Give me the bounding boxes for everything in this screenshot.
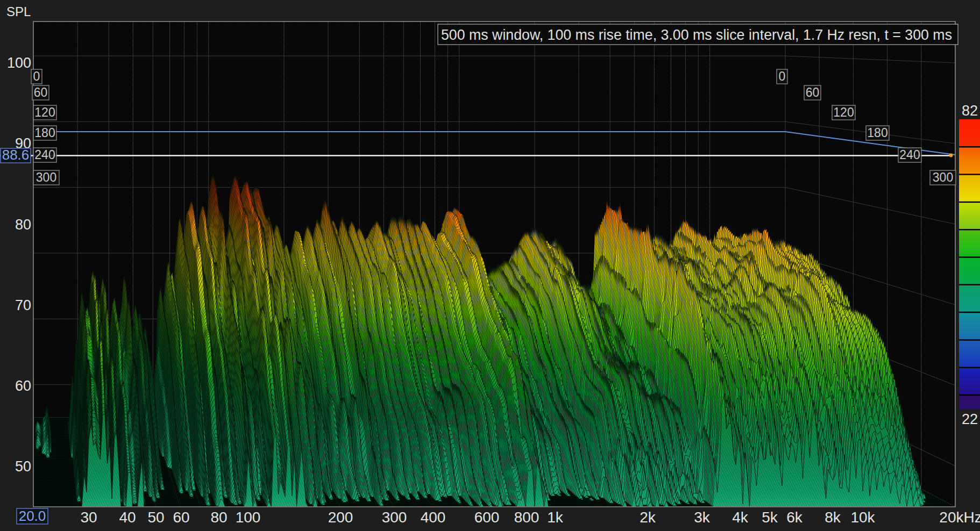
svg-text:600: 600 <box>474 509 500 526</box>
svg-text:40: 40 <box>119 509 136 526</box>
svg-text:80: 80 <box>210 509 227 526</box>
svg-text:60: 60 <box>34 85 48 99</box>
svg-text:2k: 2k <box>640 509 656 526</box>
svg-text:300: 300 <box>933 170 953 184</box>
svg-text:50: 50 <box>147 509 164 526</box>
svg-text:10k: 10k <box>850 509 875 526</box>
svg-text:0: 0 <box>779 69 786 83</box>
svg-text:60: 60 <box>806 85 820 99</box>
svg-text:100: 100 <box>236 509 261 526</box>
svg-text:70: 70 <box>15 297 31 313</box>
svg-text:200: 200 <box>328 509 353 526</box>
svg-text:SPL: SPL <box>6 4 31 19</box>
svg-text:4k: 4k <box>732 509 749 526</box>
svg-text:6k: 6k <box>786 509 803 526</box>
svg-text:180: 180 <box>34 126 55 140</box>
svg-text:300: 300 <box>382 509 407 526</box>
svg-text:0: 0 <box>33 69 40 83</box>
svg-text:80: 80 <box>15 217 31 233</box>
svg-text:240: 240 <box>899 148 920 162</box>
svg-text:400: 400 <box>421 509 446 526</box>
svg-text:20.0: 20.0 <box>19 508 46 524</box>
svg-text:30: 30 <box>80 509 97 526</box>
svg-text:500 ms window, 100 ms rise tim: 500 ms window, 100 ms rise time, 3.00 ms… <box>441 27 952 43</box>
svg-text:20kHz: 20kHz <box>939 509 980 526</box>
svg-text:120: 120 <box>34 105 55 119</box>
svg-text:5k: 5k <box>762 509 778 526</box>
svg-text:100: 100 <box>7 55 31 71</box>
svg-text:82: 82 <box>962 103 978 119</box>
svg-text:60: 60 <box>173 509 189 526</box>
svg-text:60: 60 <box>15 378 31 394</box>
svg-text:240: 240 <box>34 148 55 162</box>
svg-text:180: 180 <box>867 126 887 140</box>
svg-text:22: 22 <box>962 411 978 427</box>
svg-text:8k: 8k <box>825 509 841 526</box>
svg-text:300: 300 <box>36 170 56 184</box>
svg-text:800: 800 <box>514 509 539 526</box>
svg-text:3k: 3k <box>694 509 711 526</box>
svg-text:1k: 1k <box>547 509 564 526</box>
svg-text:88.6: 88.6 <box>2 147 30 163</box>
svg-text:120: 120 <box>833 105 854 119</box>
svg-text:50: 50 <box>15 458 31 475</box>
